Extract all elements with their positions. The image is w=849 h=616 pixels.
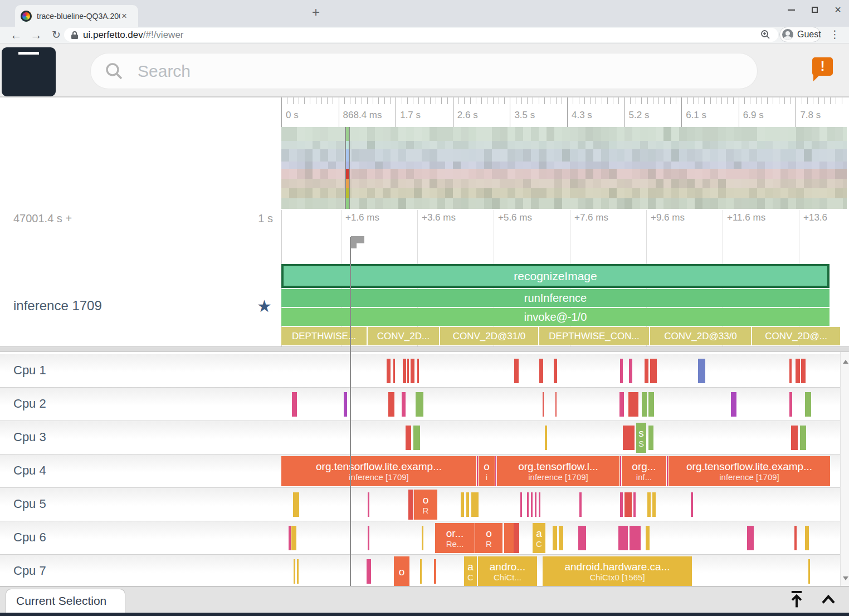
cpu-slice[interactable] bbox=[579, 492, 582, 517]
cpu-slice[interactable]: android.hardware.ca...ChiCtx0 [1565] bbox=[543, 556, 692, 586]
cpu-slice[interactable] bbox=[623, 426, 635, 450]
browser-menu-icon[interactable]: ⋮ bbox=[830, 28, 840, 41]
cpu-slice[interactable]: oR bbox=[475, 523, 502, 553]
cpu-slice[interactable] bbox=[554, 359, 557, 383]
cpu-slice[interactable] bbox=[791, 426, 798, 450]
cpu-slice[interactable] bbox=[789, 392, 792, 417]
cpu-slice[interactable] bbox=[368, 526, 369, 550]
cpu-slice[interactable] bbox=[555, 392, 557, 417]
cpu-slice[interactable] bbox=[461, 492, 464, 517]
cpu-track-row[interactable]: Cpu 2 bbox=[0, 388, 840, 421]
forward-icon[interactable]: → bbox=[28, 27, 45, 43]
cpu-slice[interactable] bbox=[477, 456, 478, 486]
cpu-slice[interactable] bbox=[434, 559, 436, 584]
cpu-slice[interactable]: aC bbox=[464, 556, 477, 586]
cpu-track-row[interactable]: Cpu 7oaCandro...ChiCt...android.hardware… bbox=[0, 555, 840, 586]
browser-tab[interactable]: trace-blueline-QQ3A.200805 × bbox=[15, 5, 138, 27]
cpu-slice[interactable] bbox=[620, 359, 623, 383]
cpu-slice[interactable]: andro...ChiCt... bbox=[478, 556, 537, 586]
cpu-slice[interactable] bbox=[620, 492, 623, 517]
cpu-slice[interactable] bbox=[539, 359, 543, 383]
cpu-track-row[interactable]: Cpu 5oR bbox=[0, 488, 840, 521]
cpu-slice[interactable]: o bbox=[394, 556, 409, 586]
cpu-slice[interactable] bbox=[289, 526, 291, 550]
cpu-slice[interactable] bbox=[539, 492, 540, 517]
cpu-slice[interactable]: org.tensorflow.lite.examp...inference [1… bbox=[281, 456, 476, 486]
cpu-slice[interactable] bbox=[628, 392, 638, 417]
cpu-slice[interactable] bbox=[629, 359, 632, 383]
cpu-slice[interactable] bbox=[471, 492, 479, 517]
tab-close-icon[interactable]: × bbox=[121, 11, 127, 22]
slice-invoke@-1/0[interactable]: invoke@-1/0 bbox=[281, 308, 830, 326]
cpu-slice[interactable] bbox=[291, 526, 296, 550]
cpu-slice[interactable] bbox=[531, 492, 533, 517]
slice-op[interactable]: CONV_2D@31/0 bbox=[440, 327, 538, 345]
cpu-slice[interactable] bbox=[416, 392, 423, 417]
cpu-slice[interactable] bbox=[294, 559, 295, 584]
cpu-slice[interactable] bbox=[805, 392, 811, 417]
page-zoom-icon[interactable] bbox=[760, 30, 770, 40]
cpu-slice[interactable] bbox=[408, 490, 413, 520]
cpu-track-row[interactable]: Cpu 4org.tensorflow.lite.examp...inferen… bbox=[0, 454, 840, 488]
cpu-slice[interactable]: oi bbox=[479, 456, 495, 486]
cpu-slice[interactable] bbox=[466, 492, 469, 517]
cpu-slice[interactable] bbox=[796, 359, 800, 383]
slice-op[interactable]: DEPTHWISE... bbox=[281, 327, 367, 345]
cpu-slice[interactable] bbox=[619, 392, 624, 417]
cpu-slice[interactable] bbox=[403, 359, 406, 383]
trace-overview-minimap[interactable] bbox=[281, 127, 847, 209]
pin-star-icon[interactable]: ★ bbox=[257, 296, 272, 316]
cpu-slice[interactable]: aC bbox=[533, 523, 545, 553]
cpu-track-row[interactable]: Cpu 6or...Re...oRaC bbox=[0, 521, 840, 555]
cpu-slice[interactable] bbox=[514, 359, 519, 383]
cpu-slice[interactable] bbox=[731, 392, 736, 417]
cpu-slice[interactable] bbox=[747, 526, 754, 550]
sidebar-menu-button[interactable] bbox=[2, 47, 56, 96]
cpu-slice[interactable] bbox=[620, 456, 621, 486]
cpu-slice[interactable] bbox=[504, 523, 514, 553]
cpu-slice[interactable] bbox=[293, 492, 299, 517]
slice-op[interactable]: DEPTHWISE_CON... bbox=[539, 327, 649, 345]
scrollbar-up-arrow[interactable] bbox=[843, 360, 848, 364]
search-input[interactable] bbox=[138, 62, 695, 81]
cpu-slice[interactable] bbox=[808, 559, 810, 584]
current-selection-tab[interactable]: Current Selection bbox=[6, 589, 125, 613]
back-icon[interactable]: ← bbox=[8, 27, 25, 43]
cpu-slice[interactable] bbox=[545, 426, 547, 450]
cpu-track-row[interactable]: Cpu 1 bbox=[0, 354, 840, 388]
cpu-slice[interactable] bbox=[413, 426, 420, 450]
cpu-slice[interactable] bbox=[789, 359, 792, 383]
cpu-slice[interactable] bbox=[407, 359, 409, 383]
cpu-slice[interactable] bbox=[646, 526, 650, 550]
cpu-slice[interactable] bbox=[800, 426, 806, 450]
cpu-slice[interactable] bbox=[368, 492, 369, 517]
cpu-slice[interactable]: or...Re... bbox=[435, 523, 475, 553]
slice-op[interactable]: CONV_2D@33/0 bbox=[650, 327, 751, 345]
search-box[interactable] bbox=[91, 53, 757, 89]
cpu-slice[interactable] bbox=[691, 492, 693, 517]
window-maximize-icon[interactable] bbox=[812, 7, 818, 13]
cpu-slice[interactable] bbox=[667, 456, 668, 486]
vertical-scrollbar[interactable] bbox=[840, 352, 849, 586]
cpu-slice[interactable] bbox=[648, 426, 653, 450]
cpu-slice[interactable] bbox=[388, 392, 394, 417]
cpu-slice[interactable] bbox=[647, 492, 651, 517]
cpu-slice[interactable] bbox=[420, 559, 422, 584]
address-bar[interactable]: ui.perfetto.dev/#!/viewer bbox=[64, 28, 778, 42]
cpu-slice[interactable] bbox=[411, 359, 414, 383]
time-cursor-line[interactable] bbox=[350, 237, 351, 586]
slice-op[interactable]: CONV_2D@... bbox=[752, 327, 840, 345]
cpu-slice[interactable]: oR bbox=[414, 490, 437, 520]
cpu-slice[interactable] bbox=[698, 359, 705, 383]
cpu-slice[interactable] bbox=[422, 526, 423, 550]
cpu-track-row[interactable]: Cpu 3sS bbox=[0, 421, 840, 454]
cpu-slice[interactable] bbox=[535, 492, 536, 517]
reload-icon[interactable]: ↻ bbox=[48, 27, 65, 43]
cpu-slice[interactable] bbox=[344, 392, 347, 417]
cpu-slice[interactable] bbox=[402, 392, 406, 417]
cpu-slice[interactable] bbox=[618, 526, 628, 550]
cpu-slice[interactable] bbox=[495, 456, 496, 486]
cpu-slice[interactable] bbox=[801, 359, 806, 383]
cpu-slice[interactable]: org.tensorflow.l...inference [1709] bbox=[497, 456, 619, 486]
cpu-slice[interactable] bbox=[292, 392, 297, 417]
